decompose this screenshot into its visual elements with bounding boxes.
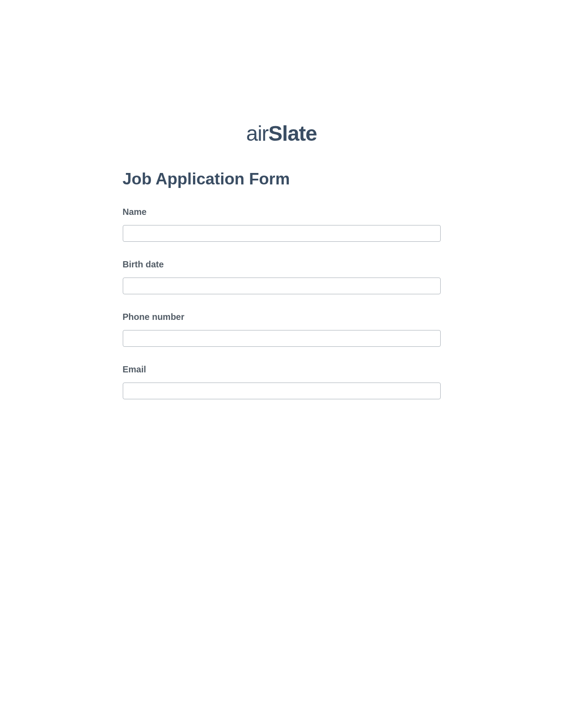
phone-field-group: Phone number <box>123 312 441 347</box>
email-field-group: Email <box>123 364 441 399</box>
page-container: airSlate Job Application Form Name Birth… <box>0 0 563 399</box>
form-container: Job Application Form Name Birth date Pho… <box>123 170 441 399</box>
name-label: Name <box>123 207 441 217</box>
logo-text-slate: Slate <box>268 122 317 145</box>
email-label: Email <box>123 364 441 375</box>
phone-label: Phone number <box>123 312 441 322</box>
form-title: Job Application Form <box>123 170 441 188</box>
logo-text-air: air <box>246 122 268 145</box>
airslate-logo: airSlate <box>246 121 317 146</box>
name-field-group: Name <box>123 207 441 242</box>
name-input[interactable] <box>123 225 441 242</box>
birthdate-field-group: Birth date <box>123 259 441 294</box>
birthdate-input[interactable] <box>123 278 441 294</box>
logo-container: airSlate <box>0 121 563 146</box>
birthdate-label: Birth date <box>123 259 441 270</box>
email-input[interactable] <box>123 383 441 399</box>
phone-input[interactable] <box>123 330 441 347</box>
